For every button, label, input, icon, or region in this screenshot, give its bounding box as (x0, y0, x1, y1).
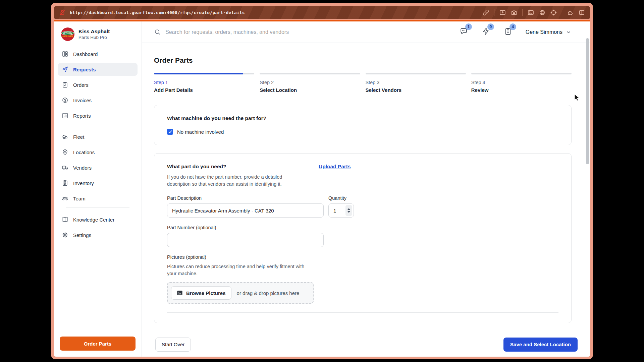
pictures-dropzone[interactable]: Browse Pictures or drag & drop pictures … (167, 282, 314, 304)
stepper: Step 1 Add Part Details Step 2 Select Lo… (154, 73, 572, 93)
activity-badge: 9 (487, 23, 494, 30)
machine-question: What machine do you need the part for? (167, 115, 558, 121)
url-text[interactable]: http://dashboard.local.gearflow.com:4000… (70, 10, 245, 15)
step-1-progress-bar (154, 73, 254, 74)
toolbar-separator (522, 9, 523, 16)
step-2: Step 2 Select Location (260, 73, 360, 93)
sidebar-divider (66, 207, 129, 208)
sidebar-item-knowledge-center[interactable]: Knowledge Center (58, 213, 138, 226)
sidebar: O'Reilly AUTO PARTS Kiss Asphalt Parts H… (54, 21, 142, 357)
map-pin-icon (62, 149, 68, 156)
scrollbar-thumb[interactable] (586, 38, 589, 164)
page-title: Order Parts (154, 56, 572, 64)
terminal-icon[interactable] (528, 9, 534, 16)
checkbox-label: No machine involved (177, 129, 224, 135)
sidebar-item-settings[interactable]: Settings (58, 229, 138, 241)
gear-icon (62, 232, 68, 238)
messages-badge: 1 (465, 23, 472, 30)
orders-tray-button[interactable]: 4 (504, 27, 512, 37)
step-label: Select Location (260, 87, 360, 93)
stepper-down-icon[interactable] (347, 211, 350, 213)
browser-address-bar[interactable]: http://dashboard.local.gearflow.com:4000… (54, 6, 590, 19)
step-4: Step 4 Review (471, 73, 572, 93)
upload-parts-link[interactable]: Upload Parts (319, 164, 351, 170)
part-number-input[interactable] (167, 233, 324, 247)
step-name: Step 1 (154, 80, 254, 85)
sidebar-item-inventory[interactable]: Inventory (58, 177, 138, 189)
clipboard-list-icon (62, 180, 68, 186)
orders-badge: 4 (509, 23, 516, 30)
browser-window: http://dashboard.local.gearflow.com:4000… (51, 3, 593, 359)
checkbox-checked[interactable] (167, 129, 173, 135)
sidebar-item-fleet[interactable]: Fleet (58, 130, 138, 143)
bar-chart-icon (62, 112, 68, 119)
start-over-button[interactable]: Start Over (155, 338, 191, 352)
toolbar-separator (494, 9, 494, 16)
sidebar-item-locations[interactable]: Locations (58, 146, 138, 159)
insecure-lock-icon (59, 9, 66, 16)
truck-icon (62, 164, 68, 171)
primary-nav: Dashboard Requests Orders Invoices Repor… (54, 46, 142, 244)
sidebar-item-vendors[interactable]: Vendors (58, 161, 138, 174)
crosshair-icon[interactable] (550, 9, 557, 16)
part-help-text: If you do not have the part number, prov… (167, 174, 299, 187)
globe-icon[interactable] (539, 9, 545, 16)
part-description-field-group: Part Description (167, 195, 324, 218)
part-number-field-group: Part Number (optional) (167, 225, 558, 247)
page-content: Order Parts Step 1 Add Part Details Step… (142, 43, 590, 332)
logo-brand-text: O'Reilly (61, 31, 74, 35)
part-description-input[interactable] (167, 203, 324, 218)
skid-steer-icon (62, 133, 68, 140)
step-4-progress-bar (471, 73, 572, 74)
sidebar-item-orders[interactable]: Orders (58, 78, 138, 91)
quantity-field-group: Quantity (328, 195, 354, 218)
global-search-input[interactable] (165, 29, 449, 35)
order-parts-button[interactable]: Order Parts (60, 337, 136, 351)
sidebar-item-label: Dashboard (73, 51, 98, 57)
sidebar-item-invoices[interactable]: Invoices (58, 94, 138, 107)
split-view-icon[interactable] (579, 9, 585, 16)
quantity-stepper[interactable] (345, 205, 352, 216)
org-header[interactable]: O'Reilly AUTO PARTS Kiss Asphalt Parts H… (54, 21, 142, 46)
browse-pictures-button[interactable]: Browse Pictures (171, 286, 231, 300)
sidebar-item-label: Inventory (73, 180, 94, 186)
sidebar-item-label: Requests (73, 67, 96, 72)
sidebar-item-label: Vendors (73, 165, 92, 171)
pictures-label: Pictures (optional) (167, 254, 558, 260)
screenshot-icon[interactable] (499, 9, 506, 16)
stepper-up-icon[interactable] (347, 208, 350, 210)
sidebar-item-label: Invoices (73, 98, 92, 103)
team-icon (62, 195, 68, 202)
clipboard-check-icon (62, 81, 68, 88)
step-2-progress-bar (260, 73, 360, 74)
step-name: Step 3 (366, 80, 466, 85)
no-machine-checkbox-row[interactable]: No machine involved (167, 129, 558, 135)
browse-pictures-label: Browse Pictures (186, 290, 226, 296)
step-3-progress-bar (366, 73, 466, 74)
quantity-label: Quantity (328, 195, 354, 201)
link-icon[interactable] (483, 9, 489, 16)
card-section-divider (167, 312, 558, 313)
step-label: Add Part Details (154, 87, 254, 93)
step-3: Step 3 Select Vendors (366, 73, 466, 93)
logo-brand-subtext: AUTO PARTS (62, 36, 73, 37)
extensions-puzzle-icon[interactable] (567, 9, 574, 16)
product-name: Parts Hub Pro (78, 35, 110, 41)
image-icon (177, 290, 183, 296)
user-name: Gene Simmons (526, 29, 562, 35)
part-card: What part do you need? Upload Parts If y… (154, 153, 572, 323)
sidebar-item-dashboard[interactable]: Dashboard (58, 48, 138, 60)
main-area: 1 9 4 Gene Simmons Order (142, 21, 590, 357)
sidebar-item-reports[interactable]: Reports (58, 109, 138, 122)
sidebar-item-label: Fleet (73, 134, 84, 140)
save-and-select-location-button[interactable]: Save and Select Location (503, 338, 578, 352)
user-menu[interactable]: Gene Simmons (526, 29, 572, 35)
camera-icon[interactable] (511, 9, 517, 16)
sidebar-item-requests[interactable]: Requests (58, 63, 138, 76)
messages-button[interactable]: 1 (460, 27, 468, 37)
sidebar-item-label: Settings (73, 232, 91, 238)
activity-button[interactable]: 9 (482, 27, 490, 37)
step-label: Review (471, 87, 572, 93)
sidebar-item-team[interactable]: Team (58, 192, 138, 205)
part-description-label: Part Description (167, 195, 324, 201)
